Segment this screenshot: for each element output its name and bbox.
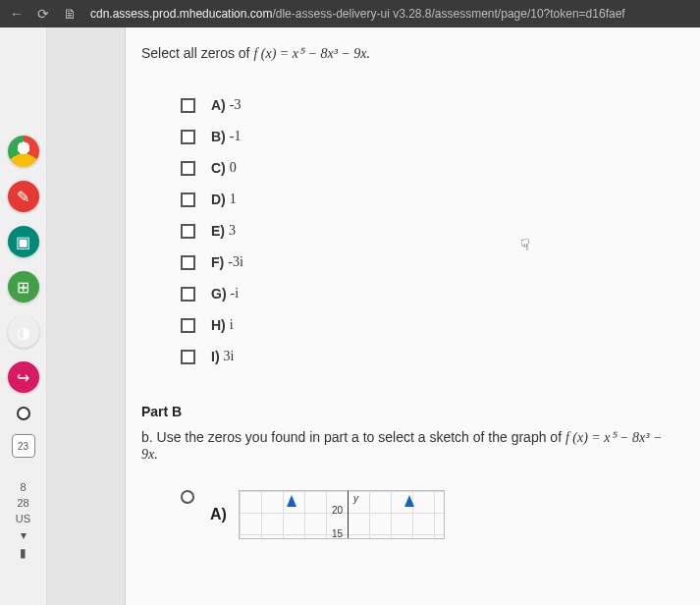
y-axis bbox=[348, 491, 349, 538]
option-a[interactable]: A) -3 bbox=[181, 97, 680, 113]
app-icon-red[interactable]: ✎ bbox=[8, 181, 39, 212]
content-area: Select all zeros of f (x) = x⁵ − 8x³ − 9… bbox=[47, 28, 700, 605]
app-icon-pink[interactable]: ↪ bbox=[8, 361, 39, 393]
os-taskbar: ✎ ▣ ⊞ ◑ ↪ 23 8 28 US ▾ ▮ bbox=[0, 28, 47, 605]
day-indicator: 23 bbox=[12, 434, 35, 458]
browser-address-bar: ← ⟳ 🗎 cdn.assess.prod.mheducation.com/dl… bbox=[0, 0, 700, 28]
checkbox-f[interactable] bbox=[181, 255, 195, 270]
indicator-num-2: 28 bbox=[17, 497, 28, 509]
part-b-section: Part B b. Use the zeros you found in par… bbox=[141, 404, 680, 539]
option-b[interactable]: B) -1 bbox=[181, 129, 680, 144]
back-icon[interactable]: ← bbox=[10, 6, 24, 22]
checkbox-i[interactable] bbox=[181, 350, 195, 364]
assessment-page: Select all zeros of f (x) = x⁵ − 8x³ − 9… bbox=[126, 28, 700, 605]
curve-arrow-2 bbox=[404, 495, 414, 507]
option-g[interactable]: G) -i bbox=[181, 286, 680, 302]
graph-option-a-label: A) bbox=[210, 506, 227, 523]
option-d[interactable]: D) 1 bbox=[181, 192, 680, 207]
option-e[interactable]: E) 3 bbox=[181, 223, 680, 239]
tick-20: 20 bbox=[332, 505, 343, 516]
part-b-prompt: b. Use the zeros you found in part a to … bbox=[141, 429, 680, 463]
answer-options: A) -3 B) -1 C) 0 D) 1 E) 3 bbox=[181, 97, 680, 364]
app-icon-green[interactable]: ⊞ bbox=[8, 271, 39, 302]
app-icon-gray[interactable]: ◑ bbox=[8, 316, 39, 348]
option-f[interactable]: F) -3i bbox=[181, 254, 680, 270]
graph-a: y 20 15 bbox=[239, 490, 445, 539]
chrome-app-icon[interactable] bbox=[8, 136, 39, 167]
part-b-title: Part B bbox=[141, 404, 680, 419]
reload-icon[interactable]: ⟳ bbox=[37, 6, 49, 22]
checkbox-g[interactable] bbox=[181, 287, 195, 302]
locale-indicator: US bbox=[16, 513, 30, 524]
checkbox-b[interactable] bbox=[181, 130, 195, 144]
indicator-num-1: 8 bbox=[20, 481, 26, 493]
battery-icon: ▮ bbox=[20, 546, 27, 560]
y-axis-label: y bbox=[353, 493, 358, 504]
wifi-icon: ▾ bbox=[21, 528, 27, 542]
site-info-icon[interactable]: 🗎 bbox=[63, 6, 77, 22]
curve-arrow-1 bbox=[287, 495, 296, 507]
status-dot-icon bbox=[17, 407, 30, 420]
checkbox-c[interactable] bbox=[181, 161, 195, 176]
checkbox-a[interactable] bbox=[181, 98, 195, 113]
checkbox-d[interactable] bbox=[181, 192, 195, 207]
app-icon-teal[interactable]: ▣ bbox=[8, 226, 39, 257]
checkbox-e[interactable] bbox=[181, 224, 195, 239]
option-i[interactable]: I) 3i bbox=[181, 349, 680, 364]
tick-15: 15 bbox=[332, 528, 343, 539]
url-display: cdn.assess.prod.mheducation.com/dle-asse… bbox=[90, 7, 625, 21]
question-prompt: Select all zeros of f (x) = x⁵ − 8x³ − 9… bbox=[141, 45, 680, 62]
option-c[interactable]: C) 0 bbox=[181, 160, 680, 176]
radio-a[interactable] bbox=[181, 490, 194, 504]
checkbox-h[interactable] bbox=[181, 318, 195, 333]
option-h[interactable]: H) i bbox=[181, 317, 680, 333]
graph-option-a[interactable]: A) y 20 15 bbox=[181, 490, 680, 539]
left-gutter bbox=[47, 28, 126, 605]
